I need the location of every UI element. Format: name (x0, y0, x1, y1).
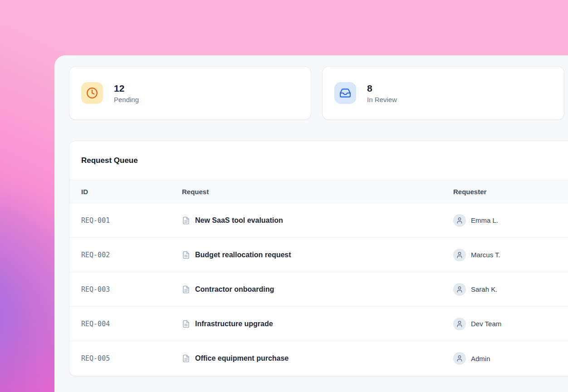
table-title: Request Queue (69, 141, 568, 180)
request-id: REQ-002 (69, 251, 182, 259)
table-row[interactable]: REQ-002 Budget reallocation request Marc… (69, 238, 568, 272)
requester-name: Marcus T. (471, 251, 500, 259)
column-header-request: Request (182, 188, 453, 196)
request-title: Budget reallocation request (195, 251, 291, 259)
stat-card-in-review: 8 In Review (322, 66, 564, 120)
table-row[interactable]: REQ-001 New SaaS tool evaluation Emma L. (69, 203, 568, 238)
column-header-requester: Requester (453, 188, 568, 196)
avatar (453, 214, 466, 227)
requester-name: Admin (471, 355, 490, 363)
request-title: New SaaS tool evaluation (195, 216, 283, 225)
clock-icon (81, 82, 103, 104)
stats-row: 12 Pending 8 In Review (69, 66, 568, 120)
request-id: REQ-004 (69, 320, 182, 328)
table-header-row: ID Request Requester (69, 180, 568, 203)
file-text-icon (182, 251, 190, 259)
file-text-icon (182, 285, 190, 294)
requester-name: Emma L. (471, 216, 498, 224)
avatar (453, 352, 466, 365)
table-row[interactable]: REQ-004 Infrastructure upgrade Dev Team (69, 307, 568, 341)
request-title: Office equipment purchase (195, 354, 289, 363)
pending-label: Pending (114, 96, 139, 103)
in-review-label: In Review (367, 96, 397, 103)
request-title: Contractor onboarding (195, 285, 274, 294)
pending-count: 12 (114, 83, 139, 94)
request-queue-card: Request Queue ID Request Requester REQ-0… (69, 141, 568, 376)
stat-text: 8 In Review (367, 83, 397, 103)
request-id: REQ-003 (69, 285, 182, 294)
requester-name: Sarah K. (471, 285, 497, 293)
requester-name: Dev Team (471, 320, 501, 328)
avatar (453, 283, 466, 296)
table-row[interactable]: REQ-003 Contractor onboarding Sarah K. (69, 272, 568, 307)
request-id: REQ-005 (69, 354, 182, 363)
avatar (453, 318, 466, 330)
file-text-icon (182, 354, 190, 363)
stat-card-pending: 12 Pending (69, 66, 311, 120)
inbox-icon (334, 82, 356, 104)
file-text-icon (182, 216, 190, 225)
table-row[interactable]: REQ-005 Office equipment purchase Admin (69, 341, 568, 376)
request-title: Infrastructure upgrade (195, 320, 273, 328)
page-background: { "colors": { "background_pink": "#fcb3d… (0, 0, 568, 392)
in-review-count: 8 (367, 83, 397, 94)
request-id: REQ-001 (69, 216, 182, 225)
file-text-icon (182, 320, 190, 328)
dashboard-panel: 12 Pending 8 In Review Request Queue ID … (54, 55, 568, 392)
column-header-id: ID (69, 188, 182, 196)
avatar (453, 249, 466, 261)
stat-text: 12 Pending (114, 83, 139, 103)
